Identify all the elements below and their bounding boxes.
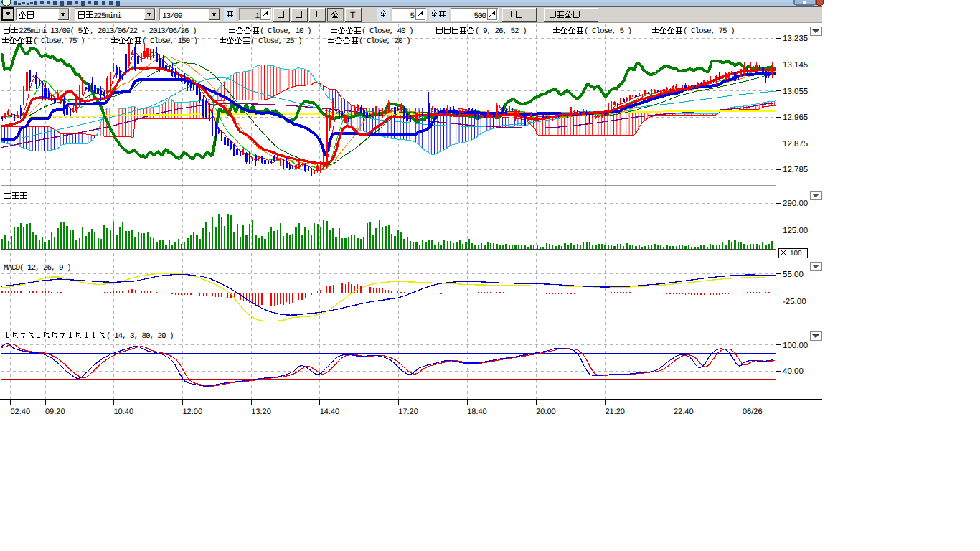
svg-text:225mini 13/09( 5: 225mini 13/09( 5 xyxy=(19,27,83,36)
svg-text:13:20: 13:20 xyxy=(251,408,271,416)
svg-text:5: 5 xyxy=(410,12,414,21)
svg-text:21:20: 21:20 xyxy=(605,408,625,416)
svg-text:( Close, 20 ): ( Close, 20 ) xyxy=(359,37,410,46)
svg-text:14:40: 14:40 xyxy=(320,408,340,416)
svg-text:55.00: 55.00 xyxy=(783,270,804,279)
svg-text:20:00: 20:00 xyxy=(536,408,556,416)
svg-text:12:00: 12:00 xyxy=(183,408,203,416)
svg-text:17:20: 17:20 xyxy=(398,408,418,416)
svg-text:100.00: 100.00 xyxy=(783,342,808,350)
svg-text:13,145: 13,145 xyxy=(783,61,808,70)
svg-text:100: 100 xyxy=(790,250,802,258)
svg-text:( 9, 26, 52 ): ( 9, 26, 52 ) xyxy=(475,27,527,36)
svg-text:12,875: 12,875 xyxy=(783,140,808,149)
svg-text:500: 500 xyxy=(473,12,486,21)
svg-text:13,235: 13,235 xyxy=(783,34,808,43)
svg-text:12,785: 12,785 xyxy=(783,166,808,174)
svg-text:T: T xyxy=(350,10,356,20)
svg-text:290.00: 290.00 xyxy=(783,199,808,208)
svg-text:22:40: 22:40 xyxy=(674,408,694,416)
svg-text:( Close, 75 ): ( Close, 75 ) xyxy=(33,37,85,46)
svg-text:( Close, 25 ): ( Close, 25 ) xyxy=(250,37,302,46)
svg-text:13,055: 13,055 xyxy=(783,88,808,96)
svg-text:18:40: 18:40 xyxy=(467,408,487,416)
svg-text:06/26: 06/26 xyxy=(743,408,763,416)
svg-text:( Close, 5 ): ( Close, 5 ) xyxy=(584,27,631,36)
svg-text:( Close, 150 ): ( Close, 150 ) xyxy=(142,37,197,46)
svg-text:( Close, 75 ): ( Close, 75 ) xyxy=(683,27,735,36)
svg-text:MACD( 12, 26, 9 ): MACD( 12, 26, 9 ) xyxy=(4,264,71,273)
svg-text:225mini: 225mini xyxy=(93,12,122,21)
svg-text:125.00: 125.00 xyxy=(783,227,808,235)
svg-text:10:40: 10:40 xyxy=(114,408,134,416)
svg-text:-25.00: -25.00 xyxy=(783,298,806,306)
svg-text:( Close, 10 ): ( Close, 10 ) xyxy=(260,27,311,36)
svg-text:13/09: 13/09 xyxy=(162,12,182,21)
svg-text:, 2013/06/22 - 2013/06/26 ): , 2013/06/22 - 2013/06/26 ) xyxy=(90,27,197,36)
svg-text:02:40: 02:40 xyxy=(11,408,31,416)
svg-text:( Close, 40 ): ( Close, 40 ) xyxy=(362,27,413,36)
svg-text:( 14, 3, 80, 20 ): ( 14, 3, 80, 20 ) xyxy=(106,332,174,341)
svg-text:09:20: 09:20 xyxy=(45,408,65,416)
svg-text:12,965: 12,965 xyxy=(783,113,808,122)
svg-text:40.00: 40.00 xyxy=(783,367,804,376)
